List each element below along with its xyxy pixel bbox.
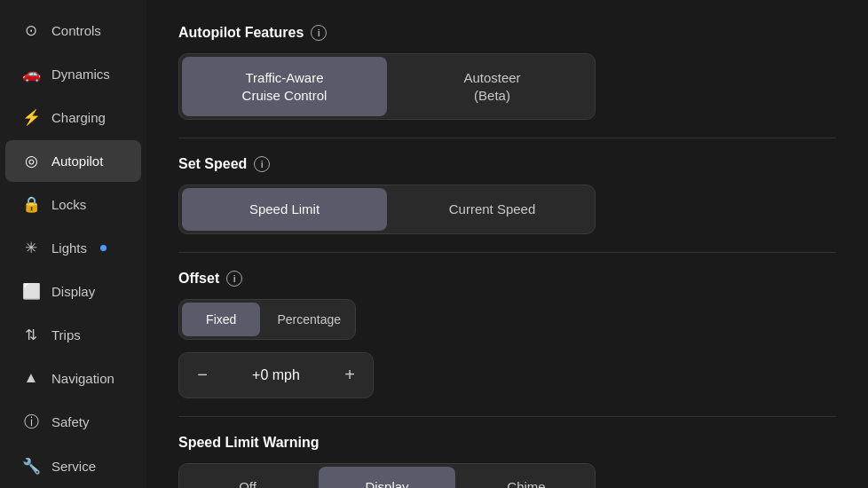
sidebar-item-dynamics[interactable]: 🚗 Dynamics — [5, 53, 141, 95]
speed-limit-warning-section: Speed Limit Warning Off Display Chime — [178, 435, 836, 488]
warning-chime-button[interactable]: Chime — [458, 464, 595, 488]
sidebar-item-safety[interactable]: ⓘ Safety — [5, 400, 141, 444]
divider-1 — [178, 138, 836, 138]
sidebar-item-display[interactable]: ⬜ Display — [5, 271, 141, 312]
sidebar-label-trips: Trips — [51, 327, 81, 342]
sidebar-item-trips[interactable]: ⇅ Trips — [5, 314, 141, 356]
percentage-button[interactable]: Percentage — [263, 300, 355, 339]
sidebar: ⊙ Controls 🚗 Dynamics ⚡ Charging ◎ Autop… — [0, 0, 146, 488]
sidebar-label-service: Service — [51, 459, 96, 474]
dynamics-icon: 🚗 — [21, 65, 41, 83]
set-speed-section: Set Speed i Speed Limit Current Speed — [178, 156, 836, 234]
sidebar-label-locks: Locks — [51, 197, 86, 212]
offset-toggle-group: Fixed Percentage — [178, 299, 356, 340]
divider-2 — [178, 252, 836, 253]
set-speed-info-icon[interactable]: i — [254, 156, 270, 172]
display-icon: ⬜ — [21, 282, 41, 301]
charging-icon: ⚡ — [21, 108, 41, 127]
speed-limit-warning-title: Speed Limit Warning — [178, 435, 836, 451]
safety-icon: ⓘ — [21, 412, 41, 432]
set-speed-title: Set Speed i — [178, 156, 836, 172]
tacc-button[interactable]: Traffic-AwareCruise Control — [182, 57, 387, 116]
sidebar-label-lights: Lights — [51, 240, 87, 256]
sidebar-label-dynamics: Dynamics — [51, 67, 110, 82]
offset-info-icon[interactable]: i — [226, 271, 242, 287]
locks-icon: 🔒 — [21, 195, 41, 214]
sidebar-label-navigation: Navigation — [51, 371, 114, 386]
offset-minus-button[interactable]: − — [179, 353, 225, 397]
sidebar-item-autopilot[interactable]: ◎ Autopilot — [5, 140, 141, 182]
speed-limit-warning-toggle-group: Off Display Chime — [178, 463, 596, 488]
autopilot-icon: ◎ — [21, 152, 41, 170]
warning-display-button[interactable]: Display — [319, 467, 455, 488]
lights-dot — [100, 245, 107, 251]
offset-value-control: − +0 mph + — [178, 352, 374, 398]
autopilot-features-title: Autopilot Features i — [178, 25, 836, 41]
sidebar-label-controls: Controls — [51, 23, 101, 38]
sidebar-item-navigation[interactable]: ▲ Navigation — [5, 358, 141, 398]
trips-icon: ⇅ — [21, 326, 41, 344]
sidebar-label-autopilot: Autopilot — [51, 153, 103, 169]
autopilot-features-info-icon[interactable]: i — [311, 25, 327, 41]
fixed-button[interactable]: Fixed — [182, 303, 260, 336]
autopilot-settings-panel: Autopilot Features i Traffic-AwareCruise… — [146, 0, 868, 488]
sidebar-item-charging[interactable]: ⚡ Charging — [5, 97, 141, 138]
speed-limit-button[interactable]: Speed Limit — [182, 188, 387, 231]
sidebar-label-charging: Charging — [51, 110, 106, 125]
sidebar-item-locks[interactable]: 🔒 Locks — [5, 184, 141, 225]
sidebar-item-lights[interactable]: ✳ Lights — [5, 227, 141, 269]
offset-section: Offset i Fixed Percentage − +0 mph + — [178, 271, 836, 398]
offset-title: Offset i — [178, 271, 836, 287]
sidebar-item-controls[interactable]: ⊙ Controls — [5, 10, 141, 51]
autopilot-features-section: Autopilot Features i Traffic-AwareCruise… — [178, 25, 836, 120]
offset-plus-button[interactable]: + — [327, 353, 373, 397]
divider-3 — [178, 416, 836, 417]
autopilot-features-toggle-group: Traffic-AwareCruise Control Autosteer(Be… — [178, 53, 596, 120]
offset-value-display: +0 mph — [225, 367, 327, 383]
lights-icon: ✳ — [21, 239, 41, 257]
current-speed-button[interactable]: Current Speed — [390, 185, 595, 233]
set-speed-toggle-group: Speed Limit Current Speed — [178, 185, 596, 234]
navigation-icon: ▲ — [21, 369, 41, 387]
warning-off-button[interactable]: Off — [179, 464, 316, 488]
sidebar-label-display: Display — [51, 284, 95, 299]
sidebar-item-service[interactable]: 🔧 Service — [5, 445, 141, 487]
sidebar-label-safety: Safety — [51, 414, 90, 429]
autosteer-button[interactable]: Autosteer(Beta) — [390, 54, 595, 119]
controls-icon: ⊙ — [21, 21, 41, 40]
service-icon: 🔧 — [21, 457, 41, 476]
